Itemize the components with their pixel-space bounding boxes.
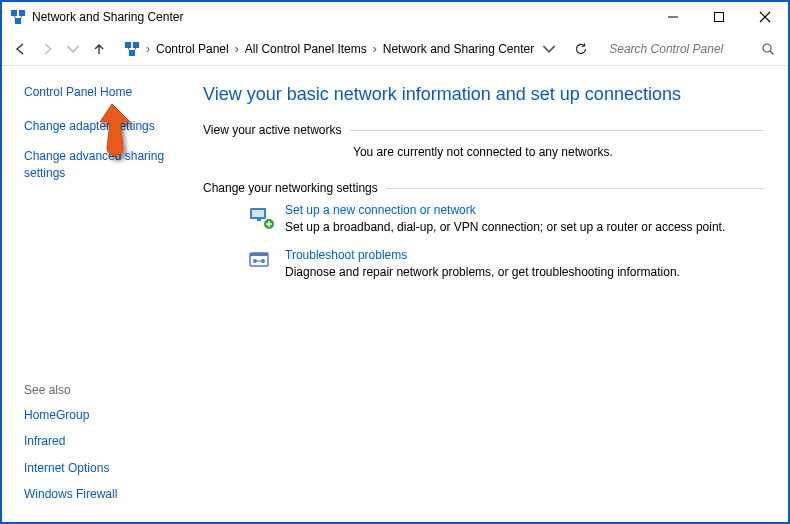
option-link[interactable]: Troubleshoot problems — [285, 248, 680, 262]
breadcrumb-separator: › — [235, 42, 239, 56]
section-title: Change your networking settings — [203, 181, 378, 195]
search-icon — [761, 42, 775, 59]
new-connection-icon — [247, 203, 275, 231]
option-desc: Set up a broadband, dial-up, or VPN conn… — [285, 220, 725, 234]
sidebar-item-infrared[interactable]: Infrared — [24, 433, 187, 449]
address-dropdown[interactable] — [538, 38, 560, 60]
svg-rect-10 — [133, 42, 139, 48]
section-divider — [350, 130, 764, 131]
svg-rect-1 — [19, 10, 25, 16]
sidebar: Control Panel Home Change adapter settin… — [2, 66, 197, 522]
section-change-settings: Change your networking settings — [203, 181, 764, 195]
sidebar-item-advanced-sharing[interactable]: Change advanced sharing settings — [24, 148, 187, 180]
svg-rect-9 — [125, 42, 131, 48]
breadcrumb-separator: › — [146, 42, 150, 56]
option-desc: Diagnose and repair network problems, or… — [285, 265, 680, 279]
breadcrumb-current[interactable]: Network and Sharing Center — [383, 42, 534, 56]
window-title: Network and Sharing Center — [32, 10, 183, 24]
svg-point-14 — [763, 44, 771, 52]
section-active-networks: View your active networks — [203, 123, 764, 137]
sidebar-item-adapter-settings[interactable]: Change adapter settings — [24, 118, 187, 134]
window-frame: Network and Sharing Center › Control — [0, 0, 790, 524]
up-button[interactable] — [88, 38, 110, 60]
minimize-button[interactable] — [650, 2, 696, 32]
see-also-heading: See also — [24, 383, 187, 397]
troubleshoot-icon — [247, 248, 275, 276]
svg-rect-21 — [250, 253, 268, 256]
breadcrumb-control-panel[interactable]: Control Panel — [156, 42, 229, 56]
breadcrumb-all-items[interactable]: All Control Panel Items — [245, 42, 367, 56]
sidebar-item-homegroup[interactable]: HomeGroup — [24, 407, 187, 423]
network-sharing-center-icon — [124, 41, 140, 57]
forward-button[interactable] — [36, 38, 58, 60]
svg-rect-17 — [252, 210, 264, 217]
back-button[interactable] — [10, 38, 32, 60]
section-title: View your active networks — [203, 123, 342, 137]
svg-rect-18 — [257, 219, 261, 221]
svg-point-22 — [253, 259, 257, 263]
maximize-button[interactable] — [696, 2, 742, 32]
main-panel: View your basic network information and … — [197, 66, 788, 522]
section-divider — [386, 188, 764, 189]
sidebar-item-home[interactable]: Control Panel Home — [24, 84, 187, 100]
breadcrumb-separator: › — [373, 42, 377, 56]
option-new-connection: Set up a new connection or network Set u… — [247, 203, 764, 234]
content-area: Control Panel Home Change adapter settin… — [2, 66, 788, 522]
sidebar-item-internet-options[interactable]: Internet Options — [24, 460, 187, 476]
network-sharing-center-icon — [10, 9, 26, 25]
recent-locations-dropdown[interactable] — [62, 38, 84, 60]
svg-point-23 — [261, 259, 265, 263]
titlebar: Network and Sharing Center — [2, 2, 788, 32]
search-box[interactable] — [602, 37, 780, 61]
no-connection-msg: You are currently not connected to any n… — [353, 145, 764, 159]
page-heading: View your basic network information and … — [203, 84, 764, 105]
svg-rect-0 — [11, 10, 17, 16]
refresh-button[interactable] — [570, 38, 592, 60]
option-link[interactable]: Set up a new connection or network — [285, 203, 725, 217]
option-troubleshoot: Troubleshoot problems Diagnose and repai… — [247, 248, 764, 279]
svg-line-15 — [770, 51, 774, 55]
close-button[interactable] — [742, 2, 788, 32]
sidebar-item-windows-firewall[interactable]: Windows Firewall — [24, 486, 187, 502]
search-input[interactable] — [607, 41, 775, 57]
addressbar: › Control Panel › All Control Panel Item… — [2, 32, 788, 66]
svg-rect-6 — [715, 13, 724, 22]
